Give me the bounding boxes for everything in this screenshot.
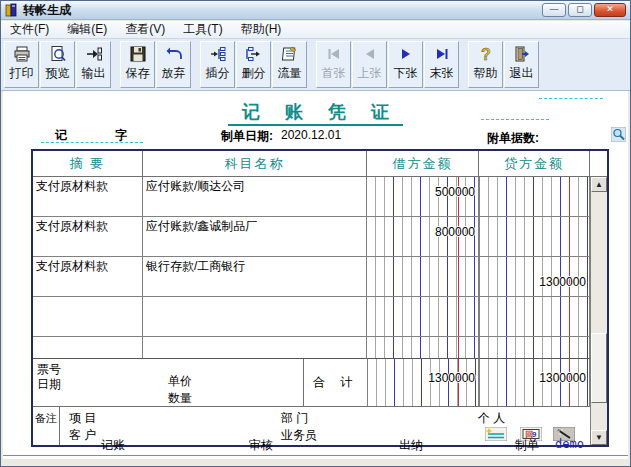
export-button[interactable]: 输出 [76,41,111,88]
export-label: 输出 [82,65,106,82]
total-band: 票号 日期 单价 数量 合 计 1300000 1300000 [33,359,590,407]
menu-help[interactable]: 帮助(H) [232,20,291,39]
row4-account[interactable] [143,297,367,337]
row1-summary[interactable]: 支付原材料款 [33,177,143,217]
bookkeeping-label: 记账 [101,437,125,454]
row5-credit[interactable] [479,337,590,359]
header-summary: 摘 要 [33,151,143,177]
scrollbar-thumb[interactable] [591,333,607,403]
scroll-down-icon[interactable]: ▼ [591,430,607,445]
save-icon [129,45,147,63]
unit-price-label: 单价 [168,373,192,390]
help-label: 帮助 [474,65,498,82]
flow-button[interactable]: 流量 [272,41,307,88]
total-credit-cell: 1300000 [479,359,590,406]
row1-credit[interactable] [479,177,590,217]
exit-button[interactable]: 退出 [504,41,539,88]
header-credit: 贷方金额 [479,151,590,177]
next-icon [397,45,415,63]
voucher-table: 摘 要 科目名称 借方金额 贷方金额 ▲ ▼ 支付原材料款 应付账款/顺达公司 … [31,149,609,447]
discard-label: 放弃 [162,65,186,82]
last-voucher-button[interactable]: 末张 [424,41,459,88]
title-bar: 转帐生成 — ◻ ✕ [1,1,630,20]
menu-file[interactable]: 文件(F) [1,20,58,39]
total-band-divider [303,359,304,406]
app-window: 转帐生成 — ◻ ✕ 文件(F) 编辑(E) 查看(V) 工具(T) 帮助(H)… [0,0,631,467]
magnifier-icon[interactable] [611,127,626,142]
discard-button[interactable]: 放弃 [156,41,191,88]
printer-icon [13,45,31,63]
menu-tools[interactable]: 工具(T) [174,20,231,39]
print-label: 打印 [10,65,34,82]
menu-bar: 文件(F) 编辑(E) 查看(V) 工具(T) 帮助(H) [1,21,630,39]
row2-debit[interactable]: 800000 [367,217,479,257]
exit-label: 退出 [510,65,534,82]
help-button[interactable]: ? 帮助 [468,41,503,88]
next-voucher-button[interactable]: 下张 [388,41,423,88]
prev-voucher-button: 上张 [352,41,387,88]
delete-split-label: 删分 [242,65,266,82]
save-label: 保存 [126,65,150,82]
close-button[interactable]: ✕ [594,3,626,17]
delete-split-icon [245,45,263,63]
voucher-word-prefix: 记 [55,127,67,144]
row5-debit[interactable] [367,337,479,359]
row4-summary[interactable] [33,297,143,337]
row5-account[interactable] [143,337,367,359]
row3-account[interactable]: 银行存款/工商银行 [143,257,367,297]
flow-icon [281,45,299,63]
row2-account[interactable]: 应付账款/鑫诚制品厂 [143,217,367,257]
window-title: 转帐生成 [23,2,71,19]
print-button[interactable]: 打印 [4,41,39,88]
voucher-page: 记 账 凭 证 记 字 制单日期: 2020.12.01 附单据数: 摘 要 科… [3,91,628,459]
delete-split-button[interactable]: 删分 [236,41,271,88]
row2-credit[interactable] [479,217,590,257]
voucher-date-label: 制单日期: [221,128,273,145]
content-bottom-divider [3,455,628,456]
row1-debit[interactable]: 500000 [367,177,479,217]
maximize-button[interactable]: ◻ [568,3,592,17]
undo-icon [165,45,183,63]
insert-split-label: 插分 [206,65,230,82]
scroll-up-icon[interactable]: ▲ [591,177,607,192]
prev-label: 上张 [358,65,382,82]
quantity-label: 数量 [168,390,192,407]
row5-summary[interactable] [33,337,143,359]
salesman-label: 业务员 [281,427,317,444]
first-voucher-button: 首张 [316,41,351,88]
row2-summary[interactable]: 支付原材料款 [33,217,143,257]
vertical-scrollbar[interactable]: ▲ ▼ [590,177,607,445]
row3-summary[interactable]: 支付原材料款 [33,257,143,297]
maker-label: 制单 [515,437,539,454]
first-icon [325,45,343,63]
row3-debit[interactable] [367,257,479,297]
project-label: 项 目 [69,410,96,427]
row1-account[interactable]: 应付账款/顺达公司 [143,177,367,217]
header-spacer [590,151,607,177]
note-icon[interactable] [485,427,507,441]
menu-view[interactable]: 查看(V) [116,20,174,39]
help-icon: ? [477,45,495,63]
insert-split-icon [209,45,227,63]
minimize-button[interactable]: — [542,3,566,17]
menu-edit[interactable]: 编辑(E) [58,20,116,39]
exit-icon [513,45,531,63]
voucher-date-value: 2020.12.01 [281,128,341,142]
toolbar: 打印 预览 输出 保存 放弃 插分 [1,39,630,91]
row3-credit[interactable]: 1300000 [479,257,590,297]
preview-label: 预览 [46,65,70,82]
save-button[interactable]: 保存 [120,41,155,88]
row4-debit[interactable] [367,297,479,337]
row4-credit[interactable] [479,297,590,337]
flow-label: 流量 [278,65,302,82]
header-debit: 借方金额 [367,151,479,177]
dashed-line-top-right [539,98,603,99]
last-icon [433,45,451,63]
preview-button[interactable]: 预览 [40,41,75,88]
export-icon [85,45,103,63]
maker-name: demo [555,437,584,451]
cashier-label: 出纳 [399,437,423,454]
total-label: 合 计 [313,374,358,391]
voucher-title: 记 账 凭 证 [3,100,628,124]
insert-split-button[interactable]: 插分 [200,41,235,88]
